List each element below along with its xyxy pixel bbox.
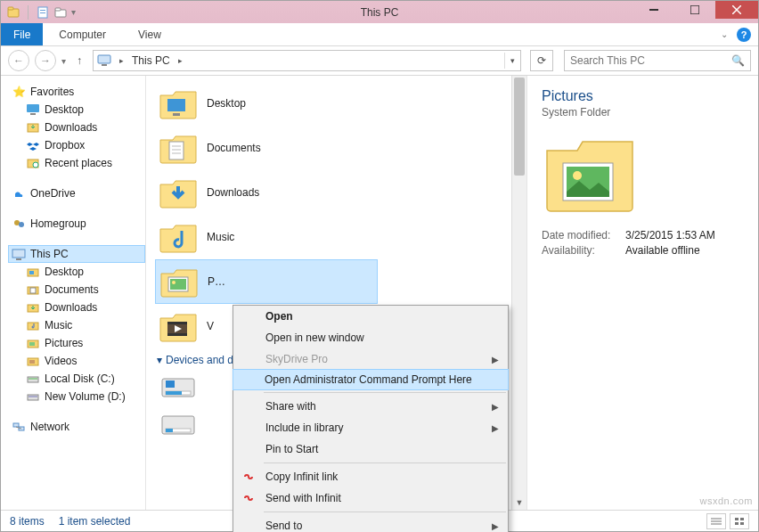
scrollbar[interactable]: ▲ ▼ — [511, 76, 526, 510]
history-dropdown-icon[interactable]: ▾ — [61, 56, 66, 66]
tree-label: Pictures — [45, 337, 83, 349]
tree-downloads[interactable]: Downloads — [8, 119, 145, 136]
tree-pc-pictures[interactable]: Pictures — [8, 334, 145, 352]
tree-recent[interactable]: Recent places — [8, 154, 145, 172]
breadcrumb-chevron[interactable]: ▸ — [174, 56, 187, 65]
search-icon[interactable]: 🔍 — [731, 54, 745, 67]
svg-rect-23 — [29, 271, 34, 274]
properties-icon[interactable] — [36, 5, 50, 20]
ctx-pin-start[interactable]: Pin to Start — [233, 438, 508, 460]
status-selected: 1 item selected — [59, 515, 131, 528]
ctx-open-new-window[interactable]: Open in new window — [233, 327, 508, 348]
tree-label: Favorites — [30, 86, 74, 98]
ctx-open[interactable]: Open — [233, 306, 508, 327]
ctx-send-to[interactable]: Send to▶ — [233, 515, 508, 532]
tree-thispc[interactable]: This PC — [8, 245, 145, 263]
file-tab[interactable]: File — [1, 23, 43, 45]
folder-downloads-icon — [159, 175, 198, 210]
svg-rect-14 — [30, 113, 36, 115]
forward-button[interactable]: → — [35, 50, 56, 71]
back-button[interactable]: ← — [8, 50, 29, 71]
tree-label: Downloads — [45, 301, 97, 314]
location-pc-icon — [97, 53, 111, 68]
breadcrumb-root-chevron[interactable]: ▸ — [115, 56, 128, 65]
submenu-arrow-icon: ▶ — [492, 521, 499, 531]
item-label: Documents — [207, 142, 261, 154]
context-menu: Open Open in new window SkyDrive Pro▶ Op… — [233, 305, 509, 532]
folder-pictures[interactable]: P… — [155, 259, 378, 304]
ribbon: File Computer View ⌄ ? — [1, 23, 758, 46]
folder-properties-icon[interactable] — [6, 5, 20, 20]
svg-rect-49 — [167, 322, 187, 324]
folder-desktop[interactable]: Desktop — [155, 81, 526, 126]
tab-view[interactable]: View — [122, 23, 177, 45]
svg-rect-39 — [167, 99, 185, 111]
tree-pc-documents[interactable]: Documents — [8, 281, 145, 299]
tree-pc-localdisk[interactable]: Local Disk (C:) — [8, 370, 145, 388]
folder-videos-icon — [159, 308, 198, 344]
tree-pc-music[interactable]: Music — [8, 316, 145, 334]
tree-favorites[interactable]: ⭐Favorites — [8, 83, 145, 101]
videos-icon — [26, 354, 40, 368]
folder-music[interactable]: Music — [155, 215, 526, 259]
ctx-separator — [264, 512, 506, 512]
ctx-send-infinit[interactable]: Send with Infinit — [233, 487, 508, 509]
ctx-share-with[interactable]: Share with▶ — [233, 396, 508, 417]
svg-point-47 — [172, 281, 175, 284]
ribbon-collapse-icon[interactable]: ⌄ — [721, 29, 728, 39]
meta-modified: Date modified: 3/25/2015 1:53 AM — [542, 229, 744, 241]
svg-rect-6 — [55, 8, 61, 11]
pc-icon — [12, 247, 26, 261]
explorer-window: ▾ This PC File Computer View ⌄ ? ← → ▾ ↑… — [0, 0, 759, 532]
folder-downloads[interactable]: Downloads — [155, 170, 526, 215]
tree-pc-videos[interactable]: Videos — [8, 352, 145, 370]
view-large-button[interactable] — [730, 513, 749, 529]
refresh-button[interactable]: ⟳ — [530, 50, 553, 71]
folder-documents[interactable]: Documents — [155, 126, 526, 170]
maximize-button[interactable] — [674, 1, 715, 19]
address-bar[interactable]: ▸ This PC ▸ ▾ — [93, 50, 521, 71]
minimize-button[interactable] — [633, 1, 674, 19]
tree-pc-newvolume[interactable]: New Volume (D:) — [8, 388, 145, 405]
tree-homegroup[interactable]: Homegroup — [8, 215, 145, 233]
search-input[interactable] — [570, 54, 731, 67]
new-folder-icon[interactable] — [53, 5, 68, 20]
qat-dropdown-icon[interactable]: ▾ — [71, 7, 76, 17]
ctx-include-library[interactable]: Include in library▶ — [233, 417, 508, 438]
scroll-down-icon[interactable]: ▼ — [512, 495, 526, 510]
ctx-copy-infinit[interactable]: Copy Infinit link — [233, 466, 508, 487]
scroll-thumb[interactable] — [514, 78, 525, 176]
pictures-icon — [26, 336, 40, 350]
tree-label: Local Disk (C:) — [45, 372, 115, 385]
details-pane: Pictures System Folder Date modified: 3/… — [526, 76, 758, 510]
tree-dropbox[interactable]: Dropbox — [8, 136, 145, 154]
address-history-icon[interactable]: ▾ — [504, 53, 520, 69]
downloads-icon — [26, 300, 40, 315]
close-button[interactable] — [715, 1, 758, 19]
meta-key: Availability: — [542, 244, 618, 257]
tab-computer[interactable]: Computer — [43, 23, 122, 45]
tree-desktop[interactable]: Desktop — [8, 101, 145, 119]
tree-onedrive[interactable]: OneDrive — [8, 184, 145, 202]
infinit-icon — [241, 490, 257, 506]
help-icon[interactable]: ? — [737, 28, 751, 42]
svg-rect-50 — [167, 333, 187, 336]
svg-rect-36 — [13, 423, 19, 427]
up-button[interactable]: ↑ — [71, 54, 87, 67]
ctx-skydrive-pro[interactable]: SkyDrive Pro▶ — [233, 348, 508, 370]
tree-pc-downloads[interactable]: Downloads — [8, 299, 145, 316]
svg-rect-41 — [169, 142, 184, 160]
drive-icon — [26, 372, 40, 386]
svg-rect-4 — [40, 12, 45, 13]
ctx-label: Include in library — [265, 422, 343, 434]
downloads-icon — [26, 120, 40, 135]
tree-label: Desktop — [45, 103, 84, 116]
details-title: Pictures — [542, 88, 744, 104]
search-box[interactable]: 🔍 — [564, 50, 751, 71]
view-details-button[interactable] — [706, 513, 726, 529]
ctx-open-admin-cmd[interactable]: Open Administrator Command Prompt Here — [233, 369, 509, 390]
tree-network[interactable]: Network — [8, 418, 145, 436]
breadcrumb-this-pc[interactable]: This PC — [128, 54, 174, 67]
svg-rect-58 — [166, 429, 173, 432]
tree-pc-desktop[interactable]: Desktop — [8, 263, 145, 281]
